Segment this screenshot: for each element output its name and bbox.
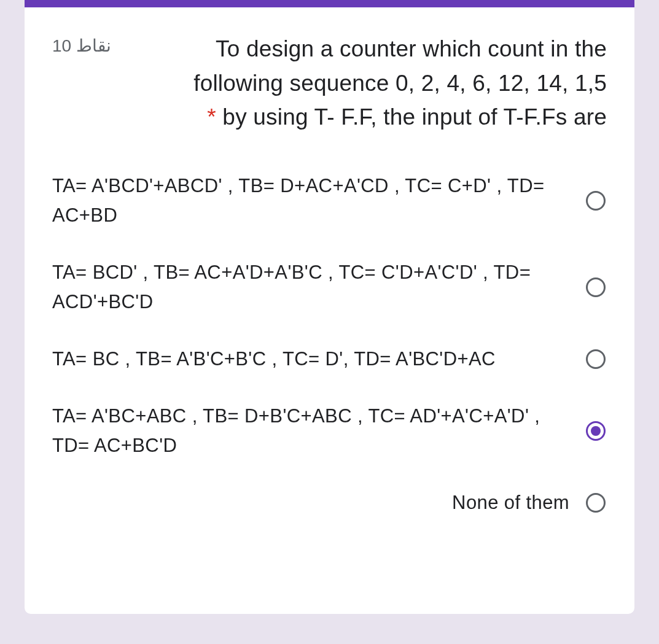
radio-icon[interactable] [585, 190, 607, 212]
option-text: TA= BC , TB= A'B'C+B'C , TC= D', TD= A'B… [52, 344, 569, 374]
question-line-1: To design a counter which count in the [216, 36, 607, 61]
option-text: None of them [452, 488, 569, 518]
option-text: TA= A'BCD'+ABCD' , TB= D+AC+A'CD , TC= C… [52, 171, 569, 230]
question-line-2: following sequence 0, 2, 4, 6, 12, 14, 1… [193, 71, 607, 96]
option-row-0[interactable]: TA= A'BCD'+ABCD' , TB= D+AC+A'CD , TC= C… [52, 171, 607, 230]
option-text: TA= A'BC+ABC , TB= D+B'C+ABC , TC= AD'+A… [52, 402, 569, 460]
radio-icon[interactable] [585, 420, 607, 442]
options-list: TA= A'BCD'+ABCD' , TB= D+AC+A'CD , TC= C… [52, 171, 607, 518]
option-text: TA= BCD' , TB= AC+A'D+A'B'C , TC= C'D+A'… [52, 258, 569, 317]
option-row-4[interactable]: None of them [52, 488, 607, 518]
radio-icon[interactable] [585, 276, 607, 298]
radio-icon[interactable] [585, 492, 607, 514]
required-mark: * [207, 104, 216, 130]
option-row-3[interactable]: TA= A'BC+ABC , TB= D+B'C+ABC , TC= AD'+A… [52, 402, 607, 460]
question-header: 10 نقاط To design a counter which count … [52, 32, 607, 134]
option-row-2[interactable]: TA= BC , TB= A'B'C+B'C , TC= D', TD= A'B… [52, 344, 607, 374]
question-line-3: by using T- F.F, the input of T-F.Fs are [222, 104, 607, 130]
option-row-1[interactable]: TA= BCD' , TB= AC+A'D+A'B'C , TC= C'D+A'… [52, 258, 607, 317]
radio-icon[interactable] [585, 348, 607, 370]
points-label: 10 نقاط [52, 36, 111, 56]
question-text: To design a counter which count in the f… [123, 32, 607, 134]
question-card: 10 نقاط To design a counter which count … [25, 0, 634, 614]
